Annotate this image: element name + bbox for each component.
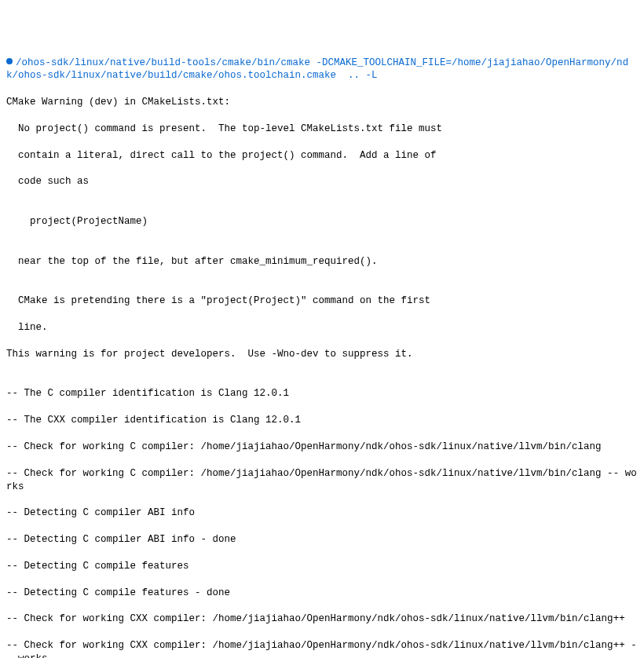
- warn-l3: code such as: [6, 175, 638, 188]
- cfg-02: -- The CXX compiler identification is Cl…: [6, 414, 638, 427]
- warn-l8: This warning is for project developers. …: [6, 348, 638, 361]
- cfg-03: -- Check for working C compiler: /home/j…: [6, 440, 638, 454]
- cfg-07: -- Detecting C compile features: [6, 560, 638, 573]
- cfg-01: -- The C compiler identification is Clan…: [6, 387, 638, 400]
- warn-l1: No project() command is present. The top…: [6, 122, 638, 136]
- cfg-05: -- Detecting C compiler ABI info: [6, 506, 638, 520]
- cmake-path-text: /ohos-sdk/linux/native/build-tools/cmake…: [6, 57, 628, 82]
- warn-l6: CMake is pretending there is a "project(…: [6, 294, 638, 308]
- cfg-09: -- Check for working CXX compiler: /home…: [6, 612, 638, 626]
- warn-l7: line.: [6, 321, 638, 334]
- cfg-04: -- Check for working C compiler: /home/j…: [6, 467, 638, 494]
- warn-l5: near the top of the file, but after cmak…: [6, 255, 638, 269]
- cfg-10: -- Check for working CXX compiler: /home…: [6, 639, 638, 658]
- cfg-06: -- Detecting C compiler ABI info - done: [6, 533, 638, 547]
- warn-l4: project(ProjectName): [6, 215, 638, 228]
- cmake-command: /ohos-sdk/linux/native/build-tools/cmake…: [6, 57, 638, 83]
- warn-head: CMake Warning (dev) in CMakeLists.txt:: [6, 96, 638, 109]
- bullet-icon: [6, 58, 13, 64]
- warn-l2: contain a literal, direct call to the pr…: [6, 149, 638, 163]
- cfg-08: -- Detecting C compile features - done: [6, 587, 638, 600]
